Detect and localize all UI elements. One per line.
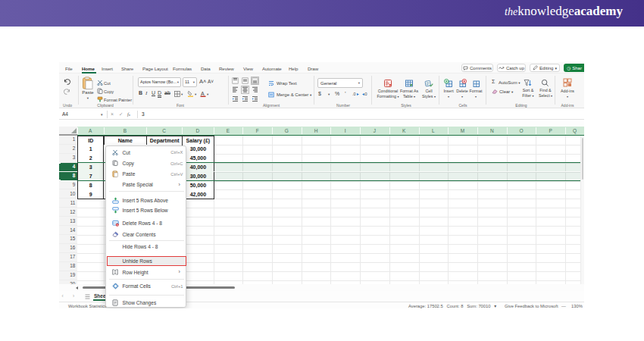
svg-text:.0: .0 [352,92,356,96]
svg-text:A: A [201,91,205,96]
